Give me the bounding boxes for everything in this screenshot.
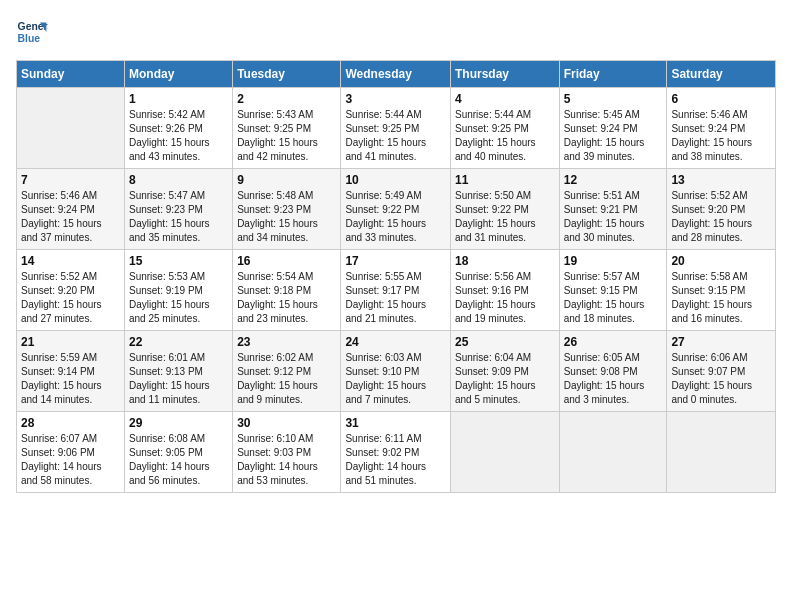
day-cell: 26Sunrise: 6:05 AM Sunset: 9:08 PM Dayli… [559,331,667,412]
day-info: Sunrise: 6:07 AM Sunset: 9:06 PM Dayligh… [21,432,120,488]
week-row-2: 7Sunrise: 5:46 AM Sunset: 9:24 PM Daylig… [17,169,776,250]
day-cell: 8Sunrise: 5:47 AM Sunset: 9:23 PM Daylig… [125,169,233,250]
day-info: Sunrise: 6:06 AM Sunset: 9:07 PM Dayligh… [671,351,771,407]
day-number: 14 [21,254,120,268]
day-info: Sunrise: 6:04 AM Sunset: 9:09 PM Dayligh… [455,351,555,407]
day-number: 22 [129,335,228,349]
day-number: 25 [455,335,555,349]
day-cell: 21Sunrise: 5:59 AM Sunset: 9:14 PM Dayli… [17,331,125,412]
day-info: Sunrise: 5:59 AM Sunset: 9:14 PM Dayligh… [21,351,120,407]
day-cell: 10Sunrise: 5:49 AM Sunset: 9:22 PM Dayli… [341,169,451,250]
day-number: 30 [237,416,336,430]
day-number: 27 [671,335,771,349]
column-header-sunday: Sunday [17,61,125,88]
week-row-5: 28Sunrise: 6:07 AM Sunset: 9:06 PM Dayli… [17,412,776,493]
day-cell [559,412,667,493]
column-header-saturday: Saturday [667,61,776,88]
day-number: 23 [237,335,336,349]
day-info: Sunrise: 5:57 AM Sunset: 9:15 PM Dayligh… [564,270,663,326]
day-number: 3 [345,92,446,106]
day-info: Sunrise: 5:55 AM Sunset: 9:17 PM Dayligh… [345,270,446,326]
day-info: Sunrise: 6:02 AM Sunset: 9:12 PM Dayligh… [237,351,336,407]
day-info: Sunrise: 5:43 AM Sunset: 9:25 PM Dayligh… [237,108,336,164]
day-cell: 11Sunrise: 5:50 AM Sunset: 9:22 PM Dayli… [450,169,559,250]
day-cell: 1Sunrise: 5:42 AM Sunset: 9:26 PM Daylig… [125,88,233,169]
day-cell: 25Sunrise: 6:04 AM Sunset: 9:09 PM Dayli… [450,331,559,412]
day-cell: 27Sunrise: 6:06 AM Sunset: 9:07 PM Dayli… [667,331,776,412]
day-number: 2 [237,92,336,106]
day-info: Sunrise: 6:03 AM Sunset: 9:10 PM Dayligh… [345,351,446,407]
day-info: Sunrise: 6:01 AM Sunset: 9:13 PM Dayligh… [129,351,228,407]
day-info: Sunrise: 5:52 AM Sunset: 9:20 PM Dayligh… [671,189,771,245]
day-number: 8 [129,173,228,187]
day-cell: 7Sunrise: 5:46 AM Sunset: 9:24 PM Daylig… [17,169,125,250]
day-number: 10 [345,173,446,187]
column-header-tuesday: Tuesday [233,61,341,88]
day-info: Sunrise: 5:46 AM Sunset: 9:24 PM Dayligh… [671,108,771,164]
day-info: Sunrise: 6:11 AM Sunset: 9:02 PM Dayligh… [345,432,446,488]
day-number: 9 [237,173,336,187]
day-cell: 18Sunrise: 5:56 AM Sunset: 9:16 PM Dayli… [450,250,559,331]
day-info: Sunrise: 5:53 AM Sunset: 9:19 PM Dayligh… [129,270,228,326]
week-row-1: 1Sunrise: 5:42 AM Sunset: 9:26 PM Daylig… [17,88,776,169]
day-number: 6 [671,92,771,106]
day-info: Sunrise: 5:46 AM Sunset: 9:24 PM Dayligh… [21,189,120,245]
column-header-monday: Monday [125,61,233,88]
day-number: 19 [564,254,663,268]
day-cell: 6Sunrise: 5:46 AM Sunset: 9:24 PM Daylig… [667,88,776,169]
day-info: Sunrise: 5:45 AM Sunset: 9:24 PM Dayligh… [564,108,663,164]
day-cell: 19Sunrise: 5:57 AM Sunset: 9:15 PM Dayli… [559,250,667,331]
day-number: 21 [21,335,120,349]
page-header: General Blue [16,16,776,48]
column-header-wednesday: Wednesday [341,61,451,88]
day-number: 4 [455,92,555,106]
day-info: Sunrise: 6:10 AM Sunset: 9:03 PM Dayligh… [237,432,336,488]
day-number: 31 [345,416,446,430]
day-cell [450,412,559,493]
column-header-thursday: Thursday [450,61,559,88]
day-number: 26 [564,335,663,349]
day-cell: 23Sunrise: 6:02 AM Sunset: 9:12 PM Dayli… [233,331,341,412]
day-cell [17,88,125,169]
day-cell: 28Sunrise: 6:07 AM Sunset: 9:06 PM Dayli… [17,412,125,493]
day-number: 16 [237,254,336,268]
logo: General Blue [16,16,48,48]
day-number: 13 [671,173,771,187]
week-row-4: 21Sunrise: 5:59 AM Sunset: 9:14 PM Dayli… [17,331,776,412]
logo-icon: General Blue [16,16,48,48]
day-cell: 4Sunrise: 5:44 AM Sunset: 9:25 PM Daylig… [450,88,559,169]
day-cell: 12Sunrise: 5:51 AM Sunset: 9:21 PM Dayli… [559,169,667,250]
day-info: Sunrise: 5:54 AM Sunset: 9:18 PM Dayligh… [237,270,336,326]
day-cell: 3Sunrise: 5:44 AM Sunset: 9:25 PM Daylig… [341,88,451,169]
day-info: Sunrise: 5:47 AM Sunset: 9:23 PM Dayligh… [129,189,228,245]
day-cell: 16Sunrise: 5:54 AM Sunset: 9:18 PM Dayli… [233,250,341,331]
day-cell: 24Sunrise: 6:03 AM Sunset: 9:10 PM Dayli… [341,331,451,412]
day-number: 29 [129,416,228,430]
header-row: SundayMondayTuesdayWednesdayThursdayFrid… [17,61,776,88]
day-number: 1 [129,92,228,106]
day-cell: 22Sunrise: 6:01 AM Sunset: 9:13 PM Dayli… [125,331,233,412]
day-number: 28 [21,416,120,430]
day-info: Sunrise: 5:58 AM Sunset: 9:15 PM Dayligh… [671,270,771,326]
svg-text:Blue: Blue [18,33,41,44]
day-info: Sunrise: 5:49 AM Sunset: 9:22 PM Dayligh… [345,189,446,245]
day-number: 15 [129,254,228,268]
day-cell [667,412,776,493]
day-cell: 14Sunrise: 5:52 AM Sunset: 9:20 PM Dayli… [17,250,125,331]
day-info: Sunrise: 5:52 AM Sunset: 9:20 PM Dayligh… [21,270,120,326]
day-cell: 20Sunrise: 5:58 AM Sunset: 9:15 PM Dayli… [667,250,776,331]
day-number: 24 [345,335,446,349]
day-number: 11 [455,173,555,187]
day-info: Sunrise: 5:48 AM Sunset: 9:23 PM Dayligh… [237,189,336,245]
day-cell: 17Sunrise: 5:55 AM Sunset: 9:17 PM Dayli… [341,250,451,331]
day-info: Sunrise: 5:44 AM Sunset: 9:25 PM Dayligh… [345,108,446,164]
day-info: Sunrise: 6:08 AM Sunset: 9:05 PM Dayligh… [129,432,228,488]
day-cell: 29Sunrise: 6:08 AM Sunset: 9:05 PM Dayli… [125,412,233,493]
day-number: 7 [21,173,120,187]
day-number: 20 [671,254,771,268]
day-info: Sunrise: 5:42 AM Sunset: 9:26 PM Dayligh… [129,108,228,164]
day-number: 17 [345,254,446,268]
day-info: Sunrise: 5:44 AM Sunset: 9:25 PM Dayligh… [455,108,555,164]
calendar-table: SundayMondayTuesdayWednesdayThursdayFrid… [16,60,776,493]
day-info: Sunrise: 5:50 AM Sunset: 9:22 PM Dayligh… [455,189,555,245]
